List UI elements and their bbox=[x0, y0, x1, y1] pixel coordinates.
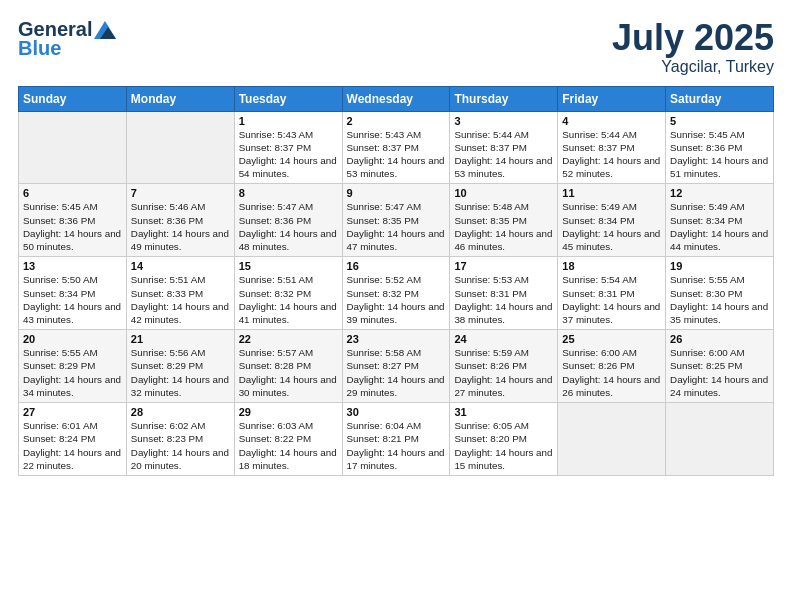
calendar-cell: 17Sunrise: 5:53 AMSunset: 8:31 PMDayligh… bbox=[450, 257, 558, 330]
day-number: 9 bbox=[347, 187, 446, 199]
calendar-cell: 28Sunrise: 6:02 AMSunset: 8:23 PMDayligh… bbox=[126, 403, 234, 476]
day-info: Sunrise: 6:00 AMSunset: 8:26 PMDaylight:… bbox=[562, 346, 661, 399]
day-info: Sunrise: 5:52 AMSunset: 8:32 PMDaylight:… bbox=[347, 273, 446, 326]
calendar-cell: 12Sunrise: 5:49 AMSunset: 8:34 PMDayligh… bbox=[666, 184, 774, 257]
page: General Blue July 2025 Yagcilar, Turkey … bbox=[0, 0, 792, 612]
calendar-cell: 1Sunrise: 5:43 AMSunset: 8:37 PMDaylight… bbox=[234, 111, 342, 184]
calendar-cell: 9Sunrise: 5:47 AMSunset: 8:35 PMDaylight… bbox=[342, 184, 450, 257]
day-number: 17 bbox=[454, 260, 553, 272]
calendar-cell: 10Sunrise: 5:48 AMSunset: 8:35 PMDayligh… bbox=[450, 184, 558, 257]
day-info: Sunrise: 5:46 AMSunset: 8:36 PMDaylight:… bbox=[131, 200, 230, 253]
calendar-cell: 25Sunrise: 6:00 AMSunset: 8:26 PMDayligh… bbox=[558, 330, 666, 403]
day-number: 19 bbox=[670, 260, 769, 272]
day-info: Sunrise: 5:55 AMSunset: 8:30 PMDaylight:… bbox=[670, 273, 769, 326]
calendar-cell: 7Sunrise: 5:46 AMSunset: 8:36 PMDaylight… bbox=[126, 184, 234, 257]
calendar-cell bbox=[126, 111, 234, 184]
day-info: Sunrise: 5:56 AMSunset: 8:29 PMDaylight:… bbox=[131, 346, 230, 399]
day-number: 16 bbox=[347, 260, 446, 272]
day-number: 6 bbox=[23, 187, 122, 199]
day-number: 21 bbox=[131, 333, 230, 345]
day-info: Sunrise: 5:51 AMSunset: 8:33 PMDaylight:… bbox=[131, 273, 230, 326]
col-wednesday: Wednesday bbox=[342, 86, 450, 111]
day-info: Sunrise: 5:43 AMSunset: 8:37 PMDaylight:… bbox=[239, 128, 338, 181]
day-info: Sunrise: 5:54 AMSunset: 8:31 PMDaylight:… bbox=[562, 273, 661, 326]
day-info: Sunrise: 6:03 AMSunset: 8:22 PMDaylight:… bbox=[239, 419, 338, 472]
day-info: Sunrise: 5:59 AMSunset: 8:26 PMDaylight:… bbox=[454, 346, 553, 399]
day-info: Sunrise: 5:49 AMSunset: 8:34 PMDaylight:… bbox=[670, 200, 769, 253]
day-number: 5 bbox=[670, 115, 769, 127]
day-number: 15 bbox=[239, 260, 338, 272]
logo-blue-text: Blue bbox=[18, 37, 61, 60]
logo-icon bbox=[94, 21, 116, 39]
calendar-cell: 20Sunrise: 5:55 AMSunset: 8:29 PMDayligh… bbox=[19, 330, 127, 403]
calendar-cell: 31Sunrise: 6:05 AMSunset: 8:20 PMDayligh… bbox=[450, 403, 558, 476]
day-number: 27 bbox=[23, 406, 122, 418]
day-info: Sunrise: 5:44 AMSunset: 8:37 PMDaylight:… bbox=[454, 128, 553, 181]
calendar-cell: 6Sunrise: 5:45 AMSunset: 8:36 PMDaylight… bbox=[19, 184, 127, 257]
calendar-cell: 15Sunrise: 5:51 AMSunset: 8:32 PMDayligh… bbox=[234, 257, 342, 330]
day-number: 31 bbox=[454, 406, 553, 418]
calendar-cell: 3Sunrise: 5:44 AMSunset: 8:37 PMDaylight… bbox=[450, 111, 558, 184]
day-info: Sunrise: 5:57 AMSunset: 8:28 PMDaylight:… bbox=[239, 346, 338, 399]
day-number: 14 bbox=[131, 260, 230, 272]
calendar-cell: 27Sunrise: 6:01 AMSunset: 8:24 PMDayligh… bbox=[19, 403, 127, 476]
calendar-cell: 22Sunrise: 5:57 AMSunset: 8:28 PMDayligh… bbox=[234, 330, 342, 403]
calendar-cell: 18Sunrise: 5:54 AMSunset: 8:31 PMDayligh… bbox=[558, 257, 666, 330]
day-info: Sunrise: 5:58 AMSunset: 8:27 PMDaylight:… bbox=[347, 346, 446, 399]
day-number: 12 bbox=[670, 187, 769, 199]
col-friday: Friday bbox=[558, 86, 666, 111]
day-number: 23 bbox=[347, 333, 446, 345]
day-number: 28 bbox=[131, 406, 230, 418]
day-info: Sunrise: 5:51 AMSunset: 8:32 PMDaylight:… bbox=[239, 273, 338, 326]
day-number: 4 bbox=[562, 115, 661, 127]
calendar-cell: 8Sunrise: 5:47 AMSunset: 8:36 PMDaylight… bbox=[234, 184, 342, 257]
calendar-cell: 24Sunrise: 5:59 AMSunset: 8:26 PMDayligh… bbox=[450, 330, 558, 403]
calendar-cell: 29Sunrise: 6:03 AMSunset: 8:22 PMDayligh… bbox=[234, 403, 342, 476]
day-number: 22 bbox=[239, 333, 338, 345]
calendar-cell: 4Sunrise: 5:44 AMSunset: 8:37 PMDaylight… bbox=[558, 111, 666, 184]
calendar-cell: 13Sunrise: 5:50 AMSunset: 8:34 PMDayligh… bbox=[19, 257, 127, 330]
calendar-cell: 23Sunrise: 5:58 AMSunset: 8:27 PMDayligh… bbox=[342, 330, 450, 403]
calendar-header: Sunday Monday Tuesday Wednesday Thursday… bbox=[19, 86, 774, 111]
day-info: Sunrise: 6:02 AMSunset: 8:23 PMDaylight:… bbox=[131, 419, 230, 472]
day-info: Sunrise: 5:43 AMSunset: 8:37 PMDaylight:… bbox=[347, 128, 446, 181]
calendar-cell: 11Sunrise: 5:49 AMSunset: 8:34 PMDayligh… bbox=[558, 184, 666, 257]
calendar-table: Sunday Monday Tuesday Wednesday Thursday… bbox=[18, 86, 774, 476]
day-number: 30 bbox=[347, 406, 446, 418]
calendar-cell: 14Sunrise: 5:51 AMSunset: 8:33 PMDayligh… bbox=[126, 257, 234, 330]
calendar-cell bbox=[666, 403, 774, 476]
day-info: Sunrise: 5:48 AMSunset: 8:35 PMDaylight:… bbox=[454, 200, 553, 253]
calendar-cell bbox=[19, 111, 127, 184]
logo: General Blue bbox=[18, 18, 116, 60]
day-number: 24 bbox=[454, 333, 553, 345]
day-info: Sunrise: 6:05 AMSunset: 8:20 PMDaylight:… bbox=[454, 419, 553, 472]
day-info: Sunrise: 6:01 AMSunset: 8:24 PMDaylight:… bbox=[23, 419, 122, 472]
title-location: Yagcilar, Turkey bbox=[612, 58, 774, 76]
calendar-cell: 16Sunrise: 5:52 AMSunset: 8:32 PMDayligh… bbox=[342, 257, 450, 330]
day-info: Sunrise: 5:45 AMSunset: 8:36 PMDaylight:… bbox=[670, 128, 769, 181]
day-number: 7 bbox=[131, 187, 230, 199]
day-info: Sunrise: 5:49 AMSunset: 8:34 PMDaylight:… bbox=[562, 200, 661, 253]
week-row-3: 20Sunrise: 5:55 AMSunset: 8:29 PMDayligh… bbox=[19, 330, 774, 403]
col-monday: Monday bbox=[126, 86, 234, 111]
day-info: Sunrise: 5:45 AMSunset: 8:36 PMDaylight:… bbox=[23, 200, 122, 253]
calendar-cell: 5Sunrise: 5:45 AMSunset: 8:36 PMDaylight… bbox=[666, 111, 774, 184]
week-row-0: 1Sunrise: 5:43 AMSunset: 8:37 PMDaylight… bbox=[19, 111, 774, 184]
title-block: July 2025 Yagcilar, Turkey bbox=[612, 18, 774, 76]
day-number: 13 bbox=[23, 260, 122, 272]
day-info: Sunrise: 5:50 AMSunset: 8:34 PMDaylight:… bbox=[23, 273, 122, 326]
day-number: 8 bbox=[239, 187, 338, 199]
week-row-1: 6Sunrise: 5:45 AMSunset: 8:36 PMDaylight… bbox=[19, 184, 774, 257]
calendar-cell bbox=[558, 403, 666, 476]
day-number: 26 bbox=[670, 333, 769, 345]
header-row: Sunday Monday Tuesday Wednesday Thursday… bbox=[19, 86, 774, 111]
day-info: Sunrise: 6:00 AMSunset: 8:25 PMDaylight:… bbox=[670, 346, 769, 399]
day-number: 11 bbox=[562, 187, 661, 199]
calendar-cell: 19Sunrise: 5:55 AMSunset: 8:30 PMDayligh… bbox=[666, 257, 774, 330]
day-info: Sunrise: 5:47 AMSunset: 8:36 PMDaylight:… bbox=[239, 200, 338, 253]
week-row-4: 27Sunrise: 6:01 AMSunset: 8:24 PMDayligh… bbox=[19, 403, 774, 476]
calendar-body: 1Sunrise: 5:43 AMSunset: 8:37 PMDaylight… bbox=[19, 111, 774, 475]
day-number: 3 bbox=[454, 115, 553, 127]
calendar-cell: 21Sunrise: 5:56 AMSunset: 8:29 PMDayligh… bbox=[126, 330, 234, 403]
day-number: 29 bbox=[239, 406, 338, 418]
